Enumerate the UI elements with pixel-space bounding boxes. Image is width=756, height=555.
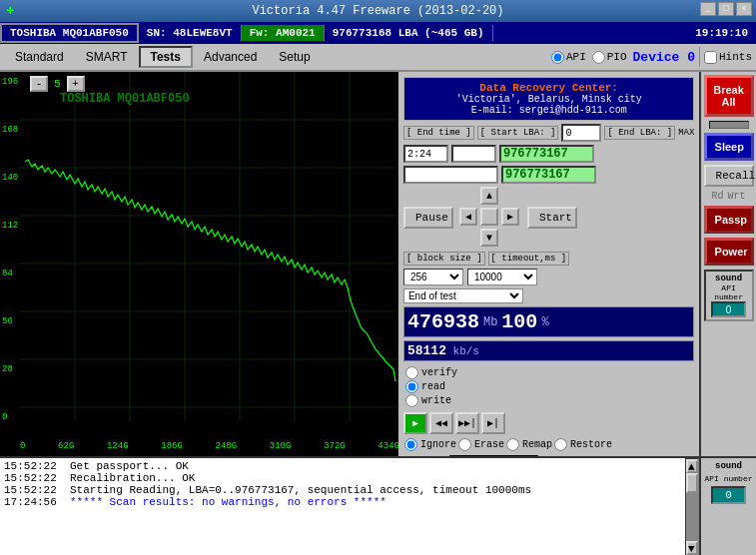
log-text-2: Recalibration... OK	[70, 472, 195, 484]
nav-up[interactable]: ▲	[480, 187, 498, 205]
block-size-select[interactable]: 256 512 1024	[403, 269, 463, 285]
sn-label: SN:	[147, 27, 167, 39]
second-field[interactable]	[403, 166, 498, 184]
x-label-310g: 310G	[270, 441, 292, 451]
radio-erase[interactable]: Erase	[458, 438, 504, 451]
scroll-track	[686, 473, 698, 541]
kbs-unit: kb/s	[453, 345, 479, 357]
radio-ignore[interactable]: Ignore	[404, 438, 456, 451]
radio-write[interactable]: write	[405, 394, 692, 407]
log-text-1: Get passport... OK	[70, 460, 189, 472]
log-line-2: 15:52:22 Recalibration... OK	[4, 472, 681, 484]
end-button[interactable]: ▶|	[481, 412, 505, 434]
drc-line2: E-mail: sergei@hdd-911.com	[412, 105, 685, 116]
end-lba-value[interactable]	[499, 145, 594, 163]
mb-stat: 476938	[407, 310, 479, 333]
power-button[interactable]: Power	[704, 238, 754, 266]
sleep-button[interactable]: Sleep	[704, 133, 754, 161]
rd-wrt-labels: Rd Wrt	[712, 191, 746, 202]
nav-left[interactable]: ◀	[459, 208, 477, 226]
radio-verify[interactable]: verify	[405, 366, 692, 379]
tab-tests[interactable]: Tests	[139, 46, 193, 68]
x-label-62g: 62G	[58, 441, 74, 451]
mb-unit: Mb	[483, 315, 497, 329]
app-title: Victoria 4.47 Freeware (2013-02-20)	[252, 4, 503, 18]
x-label-248g: 248G	[216, 441, 238, 451]
scroll-thumb[interactable]	[686, 473, 698, 493]
title-icon: +	[6, 3, 14, 19]
chart-scale: 5	[54, 78, 61, 90]
sound-value-input[interactable]	[711, 301, 746, 317]
window-controls: _ □ ×	[700, 2, 752, 16]
tab-advanced[interactable]: Advanced	[193, 47, 268, 67]
firmware: Fw: AM0021	[242, 25, 325, 41]
hints-checkbox[interactable]	[704, 51, 717, 64]
bottom-sound-input[interactable]	[711, 486, 746, 504]
model-label: TOSHIBA MQ01ABF050	[0, 23, 139, 43]
block-size-label: [ block size ]	[403, 252, 485, 266]
scroll-down-button[interactable]: ▼	[686, 541, 698, 555]
pause-button[interactable]: Pause	[403, 207, 453, 229]
log-text-4: ***** Scan results: no warnings, no erro…	[70, 496, 386, 508]
sound-label: sound	[708, 274, 750, 283]
percent-unit: %	[541, 315, 548, 329]
zoom-plus-button[interactable]: +	[67, 76, 85, 92]
start-lba-input[interactable]	[561, 124, 601, 142]
y-label-112: 112	[2, 221, 18, 231]
lba-info: 976773168 LBA (~465 GB)	[325, 25, 493, 41]
x-label-434g: 434G	[378, 441, 398, 451]
log-scrollbar[interactable]: ▲ ▼	[685, 458, 699, 555]
x-label-0: 0	[20, 441, 25, 451]
maximize-button[interactable]: □	[718, 2, 734, 16]
tab-standard[interactable]: Standard	[4, 47, 75, 67]
zoom-minus-button[interactable]: -	[30, 76, 48, 92]
y-label-140: 140	[2, 173, 18, 183]
y-label-84: 84	[2, 269, 13, 278]
timeout-select[interactable]: 10000 5000 1000	[467, 269, 537, 285]
nav-right[interactable]: ▶	[501, 208, 519, 226]
bottom-sound-label: sound	[715, 461, 742, 471]
y-label-196: 196	[2, 77, 18, 87]
tab-setup[interactable]: Setup	[268, 47, 321, 67]
tab-smart[interactable]: SMART	[75, 47, 139, 67]
nav-down[interactable]: ▼	[480, 229, 498, 247]
second-green[interactable]	[501, 166, 596, 184]
device-label: Device 0	[633, 50, 695, 65]
passp-button[interactable]: Passp	[704, 206, 754, 234]
radio-pio[interactable]	[592, 51, 605, 64]
play-button[interactable]: ▶	[403, 412, 427, 434]
bottom-right-panel: sound API number	[699, 458, 756, 555]
sound-section: sound API number	[704, 270, 754, 321]
next-button[interactable]: ▶▶|	[455, 412, 479, 434]
chart-svg	[20, 72, 398, 431]
recall-button[interactable]: Recall	[704, 165, 754, 187]
api-number-label: API number	[708, 283, 750, 301]
fw-value: AM0021	[276, 27, 316, 39]
radio-restore[interactable]: Restore	[554, 438, 612, 451]
end-lba-label: [ End LBA: ]	[604, 126, 675, 140]
indicator-bar	[709, 121, 749, 129]
kbs-stat: 58112	[407, 343, 446, 358]
radio-api[interactable]	[551, 51, 564, 64]
rd-label: Rd	[712, 191, 724, 202]
infobar: TOSHIBA MQ01ABF050 SN: 48LEWE8VT Fw: AM0…	[0, 22, 756, 44]
right-sidebar: Break All Sleep Recall Rd Wrt Passp Powe…	[699, 72, 756, 456]
hints-label: Hints	[719, 51, 752, 63]
rewind-button[interactable]: ◀◀	[429, 412, 453, 434]
radio-read[interactable]: read	[405, 380, 692, 393]
start-button[interactable]: Start	[527, 207, 577, 229]
end-lba-input[interactable]	[451, 145, 496, 163]
close-button[interactable]: ×	[736, 2, 752, 16]
minimize-button[interactable]: _	[700, 2, 716, 16]
radio-remap[interactable]: Remap	[506, 438, 552, 451]
y-label-168: 168	[2, 125, 18, 135]
bottom-api-number: API number	[704, 474, 752, 483]
end-time-input[interactable]	[403, 145, 448, 163]
end-of-test-select[interactable]: End of test	[403, 288, 523, 303]
fw-label: Fw:	[250, 27, 270, 39]
titlebar: + Victoria 4.47 Freeware (2013-02-20) _ …	[0, 0, 756, 22]
scroll-up-button[interactable]: ▲	[686, 459, 698, 473]
break-all-button[interactable]: Break All	[704, 75, 754, 117]
log-time-3: 15:52:22	[4, 484, 57, 496]
max-label: MAX	[678, 128, 694, 138]
